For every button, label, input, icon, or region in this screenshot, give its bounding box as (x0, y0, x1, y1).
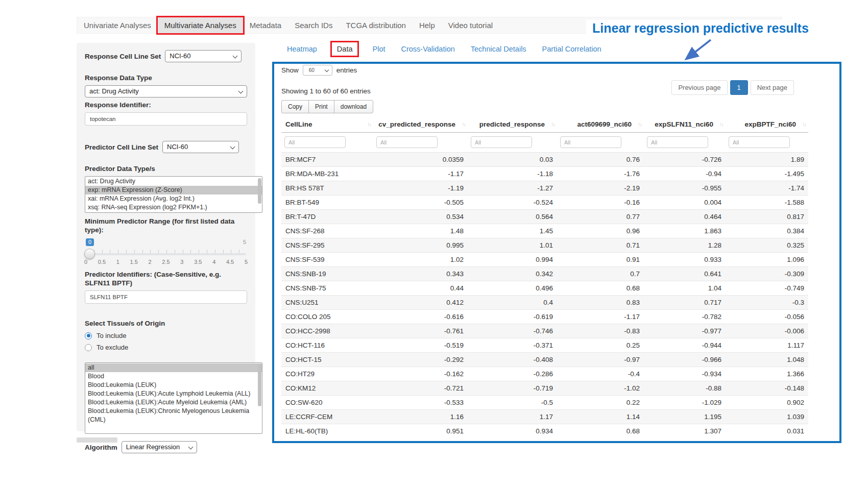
tab-partial-correlation[interactable]: Partial Correlation (541, 42, 602, 56)
column-header-cellline[interactable]: CellLine↑↓ (281, 116, 373, 133)
tab-cross-validation[interactable]: Cross-Validation (400, 42, 455, 56)
cell-cellline: BR:MDA-MB-231 (281, 167, 373, 181)
app-root: Univariate AnalysesMultivariate Analyses… (0, 0, 868, 488)
page-size-select[interactable]: 60 (303, 65, 332, 76)
cell-cv-predicted-response: -0.721 (373, 381, 468, 396)
callout-arrow-icon (680, 37, 715, 64)
column-header-expbptf-nci60[interactable]: expBPTF_nci60↑↓ (726, 116, 808, 133)
radio-label: To exclude (97, 344, 128, 351)
nav-item-video-tutorial[interactable]: Video tutorial (442, 17, 499, 33)
algorithm-select[interactable]: Linear Regression (122, 441, 197, 453)
nav-item-metadata[interactable]: Metadata (243, 17, 288, 33)
predictor-identifiers-label: Predictor Identifiers: (Case-Sensitive, … (85, 270, 247, 287)
filter-input-cellline[interactable] (284, 136, 346, 148)
response-cell-line-set-select[interactable]: NCI-60 (165, 50, 242, 62)
tissue-option-all[interactable]: all (85, 363, 262, 372)
cell-expslfn11-nci60: -0.977 (644, 324, 726, 338)
tissue-option-blood-leukemia-leuk-acute-lymphoid-leukemia-all[interactable]: Blood:Leukemia (LEUK):Acute Lymphoid Leu… (85, 389, 262, 398)
nav-item-search-ids[interactable]: Search IDs (288, 17, 339, 33)
response-identifier-input[interactable] (85, 112, 247, 126)
page-size-value: 60 (309, 67, 315, 73)
results-table: CellLine↑↓cv_predicted_response↑↓predict… (281, 116, 808, 438)
cell-expbptf-nci60: 0.817 (726, 210, 808, 224)
column-header-predicted-response[interactable]: predicted_response↑↓ (468, 116, 557, 133)
radio-dot-icon (85, 332, 92, 339)
cell-predicted-response: 0.4 (468, 296, 557, 310)
filter-input-expbptf-nci60[interactable] (729, 136, 790, 148)
cell-act609699-nci60: 0.83 (557, 296, 644, 310)
slider-track[interactable] (86, 253, 246, 255)
tab-technical-details[interactable]: Technical Details (470, 42, 527, 56)
filter-input-predicted-response[interactable] (471, 136, 532, 148)
current-page-button[interactable]: 1 (730, 80, 748, 95)
cell-expbptf-nci60: 1.366 (726, 367, 808, 381)
table-row: CNS:SF-2950.9951.010.711.280.325 (281, 238, 808, 253)
tissue-option-blood-leukemia-leuk-acute-myeloid-leukemia-aml[interactable]: Blood:Leukemia (LEUK):Acute Myeloid Leuk… (85, 398, 262, 407)
datatable-button-copy[interactable]: Copy (281, 100, 309, 113)
cell-expbptf-nci60: 1.117 (726, 338, 808, 353)
predictor-data-type-scrollbar[interactable] (258, 178, 261, 204)
table-filter-row (281, 133, 808, 153)
cell-cellline: BR:MCF7 (281, 153, 373, 167)
tissue-option-blood-leukemia-leuk[interactable]: Blood:Leukemia (LEUK) (85, 381, 262, 389)
table-row: CO:HCC-2998-0.761-0.746-0.83-0.977-0.006 (281, 324, 808, 338)
chevron-down-icon (325, 68, 329, 72)
cell-cv-predicted-response: 0.0359 (373, 153, 468, 167)
column-header-expslfn11-nci60[interactable]: expSLFN11_nci60↑↓ (644, 116, 726, 133)
tissue-option-blood[interactable]: Blood (85, 372, 262, 381)
next-page-button[interactable]: Next page (751, 80, 794, 95)
predictor-data-type-option-act-drug-activity[interactable]: act: Drug Activity (85, 177, 262, 186)
tissue-radio-to-include[interactable]: To include (85, 332, 247, 339)
cell-predicted-response: -0.524 (468, 196, 557, 210)
predictor-data-type-option-exp-mrna-expression-z-score[interactable]: exp: mRNA Expression (Z-Score) (85, 186, 262, 194)
table-row: CO:HT29-0.162-0.286-0.4-0.9341.366 (281, 367, 808, 381)
nav-item-multivariate-analyses[interactable]: Multivariate Analyses (158, 17, 243, 33)
tissue-radio-to-exclude[interactable]: To exclude (85, 344, 247, 351)
tissue-scrollbar[interactable] (258, 364, 261, 406)
column-header-act609699-nci60[interactable]: act609699_nci60↑↓ (557, 116, 644, 133)
slider-value-badge: 0 (86, 238, 94, 246)
table-row: CO:COLO 205-0.616-0.619-1.17-0.782-0.056 (281, 310, 808, 324)
tab-heatmap[interactable]: Heatmap (286, 42, 318, 56)
cell-expslfn11-nci60: 1.863 (644, 224, 726, 238)
cell-act609699-nci60: 0.68 (557, 281, 644, 296)
table-row: CO:HCT-116-0.519-0.3710.25-0.9441.117 (281, 338, 808, 353)
slider-handle[interactable] (84, 249, 95, 259)
cell-expslfn11-nci60: 1.28 (644, 238, 726, 253)
filter-input-act609699-nci60[interactable] (560, 136, 621, 148)
previous-page-button[interactable]: Previous page (671, 80, 727, 95)
column-header-cv-predicted-response[interactable]: cv_predicted_response↑↓ (373, 116, 468, 133)
filter-cell-act609699-nci60 (557, 133, 644, 153)
datatable-button-download[interactable]: download (334, 100, 373, 113)
cell-cellline: CNS:SF-268 (281, 224, 373, 238)
cell-cellline: CNS:U251 (281, 296, 373, 310)
tab-plot[interactable]: Plot (371, 42, 386, 56)
cell-predicted-response: -0.619 (468, 310, 557, 324)
cell-expslfn11-nci60: 1.195 (644, 410, 726, 424)
predictor-identifiers-input[interactable] (85, 290, 247, 304)
datatable-button-print[interactable]: Print (308, 100, 334, 113)
predictor-cell-line-set-select[interactable]: NCI-60 (162, 141, 239, 153)
sort-icon: ↑↓ (367, 121, 371, 127)
predictor-data-type-option-xsq-rna-seq-expression-log2-fpkm-1[interactable]: xsq: RNA-seq Expression (log2 FPKM+1.) (85, 203, 262, 212)
nav-item-help[interactable]: Help (413, 17, 442, 33)
filter-input-expslfn11-nci60[interactable] (647, 136, 708, 148)
cell-predicted-response: 1.01 (468, 238, 557, 253)
predictor-data-type-option-xai-mrna-expression-avg-log2-int[interactable]: xai: mRNA Expression (Avg. log2 Int.) (85, 194, 262, 203)
tab-data[interactable]: Data (332, 42, 358, 56)
cell-cv-predicted-response: -0.162 (373, 367, 468, 381)
sidebar-panel: Response Cell Line Set NCI-60 Response D… (77, 43, 255, 431)
tissue-option-blood-leukemia-leuk-chronic-myelogenous-leukemia-cml[interactable]: Blood:Leukemia (LEUK):Chronic Myelogenou… (85, 407, 262, 424)
column-label: act609699_nci60 (577, 120, 632, 128)
algorithm-value: Linear Regression (126, 443, 180, 451)
cell-expslfn11-nci60: -0.934 (644, 367, 726, 381)
response-data-type-select[interactable]: act: Drug Activity (85, 85, 247, 97)
slider-tick-label: 1 (116, 259, 119, 265)
filter-cell-expslfn11-nci60 (644, 133, 726, 153)
nav-item-univariate-analyses[interactable]: Univariate Analyses (77, 17, 158, 33)
cell-predicted-response: -1.18 (468, 167, 557, 181)
filter-input-cv-predicted-response[interactable] (376, 136, 438, 148)
cell-cv-predicted-response: -0.519 (373, 338, 468, 353)
min-predictor-range-slider: 0 5 00.511.522.533.544.55 (86, 238, 246, 269)
nav-item-tcga-distribution[interactable]: TCGA distribution (339, 17, 413, 33)
